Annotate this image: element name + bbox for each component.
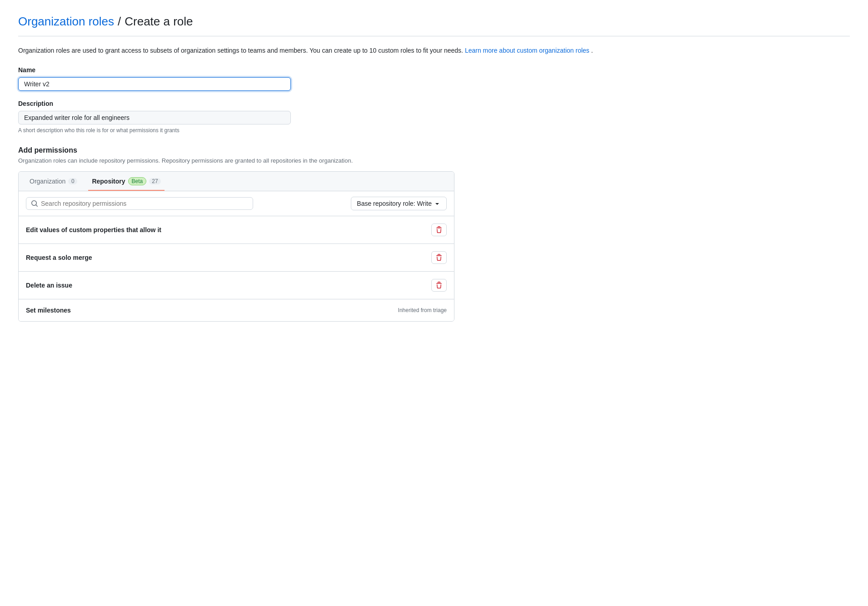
create-role-form: Name Description A short description who…: [18, 66, 454, 322]
description-hint: A short description who this role is for…: [18, 127, 454, 134]
permission-name: Request a solo merge: [26, 254, 92, 261]
description-field-group: Description A short description who this…: [18, 100, 454, 134]
tab-organization[interactable]: Organization 0: [26, 172, 81, 190]
tabs-header: Organization 0 Repository Beta 27: [19, 172, 454, 191]
description-label: Description: [18, 100, 454, 107]
permission-name: Set milestones: [26, 307, 71, 314]
permission-row: Set milestones Inherited from triage: [19, 299, 454, 321]
search-input[interactable]: [41, 200, 248, 207]
search-icon: [31, 200, 38, 207]
delete-permission-button-2[interactable]: [431, 279, 447, 292]
tab-organization-badge: 0: [68, 178, 77, 184]
header-divider: [18, 36, 850, 36]
inherited-label: Inherited from triage: [398, 307, 447, 313]
name-input[interactable]: [18, 77, 291, 91]
breadcrumb-separator: /: [118, 15, 121, 29]
learn-more-link[interactable]: Learn more about custom organization rol…: [465, 47, 589, 54]
intro-text: Organization roles are used to grant acc…: [18, 45, 850, 55]
permissions-subtitle: Organization roles can include repositor…: [18, 157, 454, 164]
search-bar-row: Base repository role: Write: [19, 191, 454, 216]
permission-row: Edit values of custom properties that al…: [19, 216, 454, 244]
breadcrumb-link[interactable]: Organization roles: [18, 15, 114, 29]
trash-icon: [435, 254, 443, 261]
permission-name: Delete an issue: [26, 282, 72, 289]
permission-row: Delete an issue: [19, 272, 454, 299]
chevron-down-icon: [434, 200, 441, 207]
permissions-section: Add permissions Organization roles can i…: [18, 146, 454, 322]
tab-repository[interactable]: Repository Beta 27: [88, 172, 164, 191]
name-label: Name: [18, 66, 454, 74]
tab-repository-count-badge: 27: [149, 178, 160, 184]
trash-icon: [435, 282, 443, 289]
tab-repository-label: Repository: [92, 178, 125, 185]
breadcrumb: Organization roles / Create a role: [18, 15, 850, 29]
permission-row: Request a solo merge: [19, 244, 454, 272]
page-header: Organization roles / Create a role: [18, 15, 850, 29]
trash-icon: [435, 226, 443, 233]
delete-permission-button-0[interactable]: [431, 224, 447, 236]
base-role-label: Base repository role: Write: [357, 200, 432, 207]
permissions-title: Add permissions: [18, 146, 454, 154]
base-role-dropdown[interactable]: Base repository role: Write: [351, 197, 447, 210]
permissions-tabs-container: Organization 0 Repository Beta 27: [18, 171, 454, 322]
tab-repository-beta-badge: Beta: [128, 177, 147, 185]
breadcrumb-current: Create a role: [125, 15, 193, 29]
name-field-group: Name: [18, 66, 454, 91]
tab-organization-label: Organization: [30, 178, 65, 185]
search-input-wrapper: [26, 197, 253, 210]
description-input[interactable]: [18, 111, 291, 124]
delete-permission-button-1[interactable]: [431, 251, 447, 264]
permission-name: Edit values of custom properties that al…: [26, 226, 161, 233]
